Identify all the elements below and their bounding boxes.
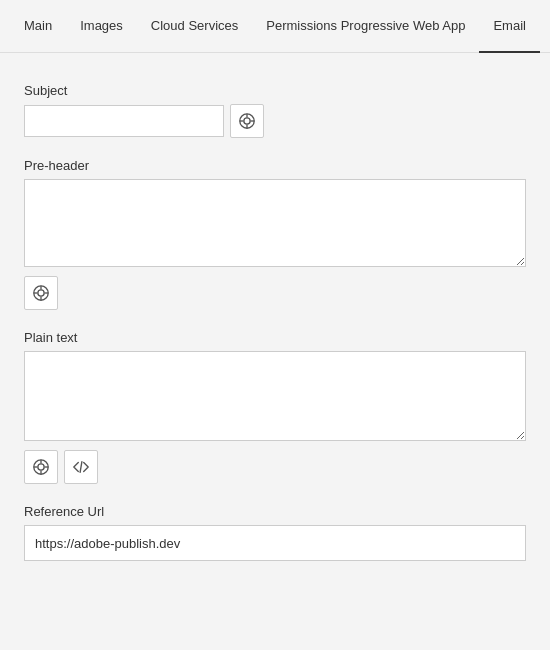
email-tab-content: Subject Pre-header bbox=[0, 53, 550, 605]
preheader-label: Pre-header bbox=[24, 158, 526, 173]
preheader-field-group: Pre-header bbox=[24, 158, 526, 310]
plaintext-field-group: Plain text bbox=[24, 330, 526, 484]
plaintext-textarea[interactable] bbox=[24, 351, 526, 441]
subject-personalize-button[interactable] bbox=[230, 104, 264, 138]
subject-row bbox=[24, 104, 526, 138]
svg-point-7 bbox=[38, 290, 44, 296]
plaintext-label: Plain text bbox=[24, 330, 526, 345]
tab-cloud-services[interactable]: Cloud Services bbox=[137, 0, 252, 53]
svg-point-1 bbox=[244, 118, 250, 124]
preheader-personalize-button[interactable] bbox=[24, 276, 58, 310]
subject-field-group: Subject bbox=[24, 83, 526, 138]
subject-label: Subject bbox=[24, 83, 526, 98]
plaintext-personalize-button[interactable] bbox=[24, 450, 58, 484]
subject-input[interactable] bbox=[24, 105, 224, 137]
reference-url-input[interactable] bbox=[24, 525, 526, 561]
personalize-icon bbox=[32, 458, 50, 476]
personalize-icon bbox=[32, 284, 50, 302]
preheader-textarea[interactable] bbox=[24, 179, 526, 267]
tab-permissions-pwa[interactable]: Permissions Progressive Web App bbox=[252, 0, 479, 53]
reference-url-field-group: Reference Url bbox=[24, 504, 526, 561]
code-icon bbox=[72, 458, 90, 476]
svg-line-18 bbox=[80, 462, 82, 473]
reference-url-label: Reference Url bbox=[24, 504, 526, 519]
tab-email[interactable]: Email bbox=[479, 0, 540, 53]
personalize-icon bbox=[238, 112, 256, 130]
plaintext-code-button[interactable] bbox=[64, 450, 98, 484]
svg-point-13 bbox=[38, 464, 44, 470]
tab-bar: Main Images Cloud Services Permissions P… bbox=[0, 0, 550, 53]
tab-main[interactable]: Main bbox=[10, 0, 66, 53]
plaintext-icon-buttons bbox=[24, 450, 526, 484]
tab-images[interactable]: Images bbox=[66, 0, 137, 53]
preheader-icon-buttons bbox=[24, 276, 526, 310]
